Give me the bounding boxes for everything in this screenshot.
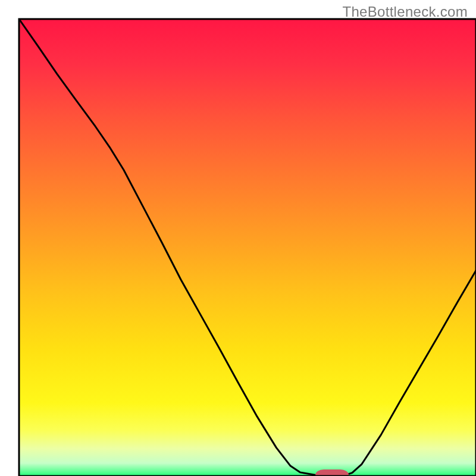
gradient-background (19, 19, 476, 476)
watermark-text: TheBottleneck.com (342, 4, 468, 20)
bottleneck-chart (0, 0, 476, 476)
selected-marker (315, 469, 349, 476)
chart-container: { "watermark": "TheBottleneck.com", "plo… (0, 0, 476, 476)
